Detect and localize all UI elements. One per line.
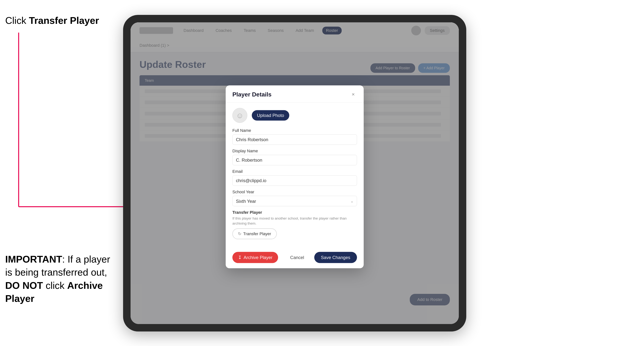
- full-name-group: Full Name: [232, 128, 357, 145]
- archive-player-button[interactable]: ↧ Archive Player: [232, 252, 278, 263]
- display-name-label: Display Name: [232, 149, 357, 154]
- save-changes-button[interactable]: Save Changes: [314, 252, 357, 263]
- modal-close-button[interactable]: ×: [350, 91, 357, 98]
- cancel-button[interactable]: Cancel: [284, 252, 310, 263]
- instruction-important: IMPORTANT: [5, 254, 62, 265]
- school-year-select-wrapper: First Year Second Year Third Year Fourth…: [232, 196, 357, 206]
- tablet-device: Dashboard Coaches Teams Seasons Add Team…: [123, 15, 466, 332]
- instruction-prefix: Click: [5, 15, 29, 26]
- email-label: Email: [232, 169, 357, 174]
- avatar: ☺: [232, 108, 247, 123]
- avatar-section: ☺ Upload Photo: [232, 108, 357, 123]
- transfer-player-label: Transfer Player: [243, 231, 271, 236]
- archive-icon: ↧: [238, 255, 242, 260]
- transfer-player-title: Transfer Player: [232, 210, 357, 215]
- transfer-icon: ↻: [238, 231, 241, 236]
- display-name-input[interactable]: [232, 155, 357, 165]
- instruction-top: Click Transfer Player: [5, 15, 99, 26]
- footer-right: Cancel Save Changes: [284, 252, 357, 263]
- school-year-select[interactable]: First Year Second Year Third Year Fourth…: [232, 196, 357, 206]
- transfer-player-description: If this player has moved to another scho…: [232, 216, 357, 226]
- tablet-screen: Dashboard Coaches Teams Seasons Add Team…: [130, 22, 459, 324]
- email-group: Email: [232, 169, 357, 186]
- transfer-player-section: Transfer Player If this player has moved…: [232, 210, 357, 239]
- instruction-text2: click: [43, 280, 67, 291]
- full-name-input[interactable]: [232, 135, 357, 145]
- player-details-modal: Player Details × ☺ Upload Photo Full Nam…: [226, 85, 364, 268]
- instruction-bottom: IMPORTANT: If a player is being transfer…: [5, 253, 114, 305]
- email-input[interactable]: [232, 175, 357, 186]
- upload-photo-button[interactable]: Upload Photo: [252, 110, 289, 121]
- person-icon: ☺: [236, 111, 244, 120]
- display-name-group: Display Name: [232, 149, 357, 165]
- modal-header: Player Details ×: [226, 85, 364, 103]
- modal-title: Player Details: [232, 91, 272, 98]
- archive-player-label: Archive Player: [244, 255, 272, 260]
- transfer-player-button[interactable]: ↻ Transfer Player: [232, 228, 277, 239]
- modal-footer: ↧ Archive Player Cancel Save Changes: [226, 248, 364, 268]
- instruction-highlight: Transfer Player: [29, 15, 99, 26]
- full-name-label: Full Name: [232, 128, 357, 133]
- school-year-label: School Year: [232, 189, 357, 194]
- instruction-do-not: DO NOT: [5, 280, 43, 291]
- school-year-group: School Year First Year Second Year Third…: [232, 189, 357, 206]
- modal-body: ☺ Upload Photo Full Name Display Name Em…: [226, 103, 364, 248]
